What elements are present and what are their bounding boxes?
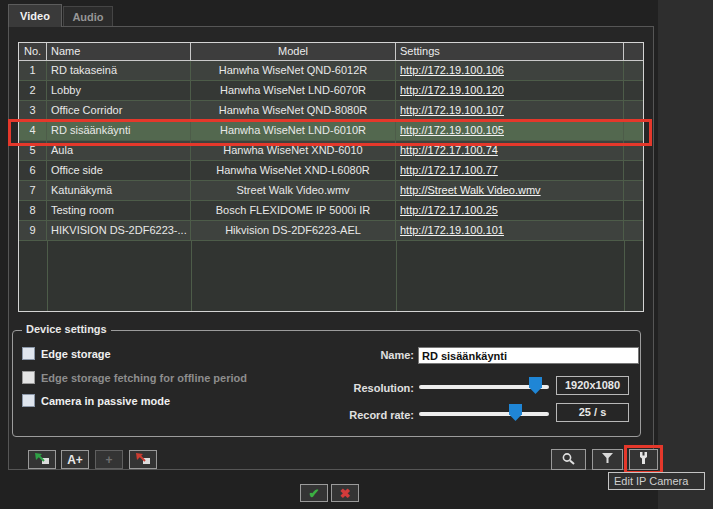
row-extra: [624, 61, 643, 80]
resolution-label: Resolution:: [262, 382, 414, 394]
record-rate-slider-track[interactable]: [419, 412, 549, 416]
search-icon: [561, 452, 576, 468]
header-extra: [624, 43, 643, 60]
row-model: Hikvision DS-2DF6223-AEL: [191, 221, 396, 240]
header-settings[interactable]: Settings: [396, 43, 624, 60]
table-row[interactable]: 6 Office side Hanwha WiseNet XND-L6080R …: [19, 161, 643, 181]
remove-camera-icon: [135, 452, 151, 467]
edge-storage-fetching-label: Edge storage fetching for offline period: [41, 372, 247, 384]
row-model: Hanwha WiseNet LND-6010R: [191, 121, 396, 140]
row-extra: [624, 81, 643, 100]
settings-link[interactable]: http://172.17.100.77: [400, 164, 498, 176]
cross-icon: ✖: [340, 487, 351, 500]
row-no: 5: [19, 141, 47, 160]
row-extra: [624, 161, 643, 180]
passive-mode-checkbox[interactable]: [22, 394, 35, 407]
table-empty-area: [19, 241, 643, 311]
header-no[interactable]: No.: [19, 43, 47, 60]
search-button[interactable]: [551, 449, 586, 470]
resolution-value: 1920x1080: [556, 376, 629, 395]
tab-audio[interactable]: Audio: [63, 6, 113, 27]
table-row[interactable]: 5 Aula Hanwha WiseNet XND-6010 http://17…: [19, 141, 643, 161]
edit-ip-camera-button[interactable]: [629, 449, 658, 470]
row-name: RD takaseinä: [47, 61, 191, 80]
row-extra: [624, 201, 643, 220]
row-no: 2: [19, 81, 47, 100]
row-model: Hanwha WiseNet XND-L6080R: [191, 161, 396, 180]
check-icon: ✔: [309, 487, 320, 500]
filter-icon: [602, 453, 614, 466]
device-settings-panel: Device settings Edge storage Edge storag…: [12, 322, 643, 438]
row-extra: [624, 181, 643, 200]
row-model: Hanwha WiseNet LND-6070R: [191, 81, 396, 100]
wrench-icon: [638, 452, 649, 467]
settings-link[interactable]: http://172.19.100.107: [400, 104, 504, 116]
groupbox-legend: Device settings: [22, 323, 111, 335]
header-name[interactable]: Name: [47, 43, 191, 60]
edge-storage-label: Edge storage: [41, 348, 111, 360]
device-settings-dialog: Video Audio No. Name Model Settings 1 RD…: [0, 0, 658, 509]
cancel-button[interactable]: ✖: [331, 484, 359, 502]
gridline: [396, 241, 397, 311]
table-row[interactable]: 7 Katunäkymä Street Walk Video.wmv http:…: [19, 181, 643, 201]
filter-button[interactable]: [592, 449, 623, 470]
table-row[interactable]: 9 HIKVISION DS-2DF6223-... Hikvision DS-…: [19, 221, 643, 241]
edge-storage-fetching-checkbox[interactable]: [22, 371, 35, 384]
row-no: 8: [19, 201, 47, 220]
plus-icon: +: [105, 454, 112, 466]
gridline: [191, 241, 192, 311]
settings-link[interactable]: http://172.19.100.106: [400, 64, 504, 76]
settings-link[interactable]: http://172.17.100.74: [400, 144, 498, 156]
auto-add-camera-button[interactable]: A+: [61, 450, 89, 469]
add-camera-button[interactable]: [28, 450, 56, 469]
add-button-disabled: +: [95, 450, 123, 469]
a-plus-icon: A+: [67, 454, 83, 466]
tab-video[interactable]: Video: [8, 4, 62, 27]
row-extra: [624, 121, 643, 140]
ok-button[interactable]: ✔: [300, 484, 328, 502]
row-name: Office side: [47, 161, 191, 180]
record-rate-value: 25 / s: [556, 403, 629, 422]
row-model: Hanwha WiseNet XND-6010: [191, 141, 396, 160]
row-name: Katunäkymä: [47, 181, 191, 200]
settings-link[interactable]: http://172.17.100.25: [400, 204, 498, 216]
row-no: 7: [19, 181, 47, 200]
table-row[interactable]: 8 Testing room Bosch FLEXIDOME IP 5000i …: [19, 201, 643, 221]
name-label: Name:: [262, 349, 414, 361]
table-row[interactable]: 2 Lobby Hanwha WiseNet LND-6070R http://…: [19, 81, 643, 101]
table-row[interactable]: 3 Office Corridor Hanwha WiseNet QND-808…: [19, 101, 643, 121]
row-extra: [624, 101, 643, 120]
remove-camera-button[interactable]: [129, 450, 157, 469]
row-extra: [624, 221, 643, 240]
row-no: 4: [19, 121, 47, 140]
row-model: Hanwha WiseNet QND-6012R: [191, 61, 396, 80]
settings-link[interactable]: http://Street Walk Video.wmv: [400, 184, 541, 196]
row-no: 6: [19, 161, 47, 180]
edge-storage-checkbox[interactable]: [22, 347, 35, 360]
row-no: 1: [19, 61, 47, 80]
header-model[interactable]: Model: [191, 43, 396, 60]
name-input[interactable]: [418, 347, 639, 364]
settings-link[interactable]: http://172.19.100.105: [400, 124, 504, 136]
add-camera-icon: [34, 452, 50, 467]
row-name: Office Corridor: [47, 101, 191, 120]
gridline: [47, 241, 48, 311]
row-model: Street Walk Video.wmv: [191, 181, 396, 200]
gridline: [624, 241, 625, 311]
row-model: Bosch FLEXIDOME IP 5000i IR: [191, 201, 396, 220]
row-no: 9: [19, 221, 47, 240]
edit-ip-camera-tooltip: Edit IP Camera: [608, 472, 705, 490]
camera-table-body: 1 RD takaseinä Hanwha WiseNet QND-6012R …: [19, 61, 643, 241]
record-rate-label: Record rate:: [262, 409, 414, 421]
passive-mode-label: Camera in passive mode: [41, 395, 170, 407]
table-row[interactable]: 1 RD takaseinä Hanwha WiseNet QND-6012R …: [19, 61, 643, 81]
row-name: Lobby: [47, 81, 191, 100]
row-no: 3: [19, 101, 47, 120]
table-row[interactable]: 4 RD sisäänkäynti Hanwha WiseNet LND-601…: [19, 121, 643, 141]
row-extra: [624, 141, 643, 160]
row-name: RD sisäänkäynti: [47, 121, 191, 140]
table-header-row: No. Name Model Settings: [19, 43, 643, 61]
settings-link[interactable]: http://172.19.100.101: [400, 224, 504, 236]
row-name: Aula: [47, 141, 191, 160]
settings-link[interactable]: http://172.19.100.120: [400, 84, 504, 96]
